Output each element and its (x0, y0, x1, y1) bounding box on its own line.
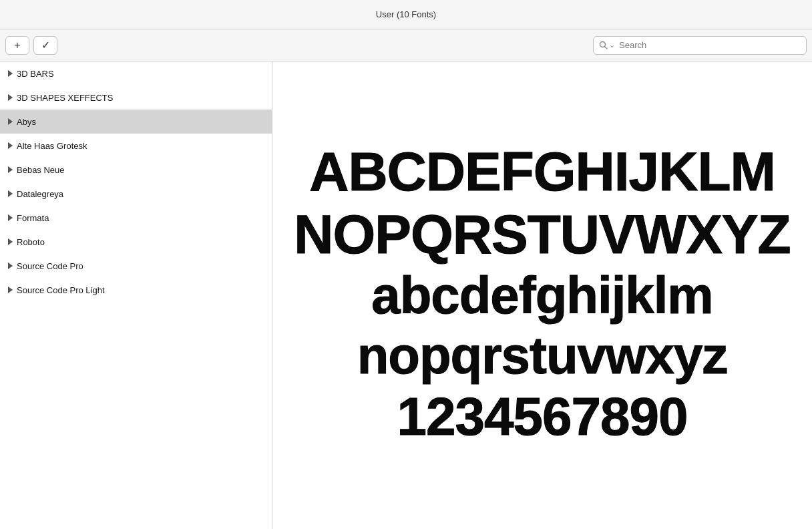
expand-triangle-formata (8, 214, 13, 221)
font-list-item-alte-haas-grotesk[interactable]: Alte Haas Grotesk (0, 134, 272, 158)
font-name-label-roboto: Roboto (17, 237, 45, 247)
search-input[interactable] (619, 40, 801, 50)
expand-triangle-alte-haas-grotesk (8, 142, 13, 149)
font-name-label-3d-shapes-xeffects: 3D SHAPES XEFFECTS (17, 93, 113, 103)
expand-triangle-source-code-pro-light (8, 287, 13, 293)
preview-line-3: abcdefghijklm (371, 267, 713, 325)
expand-triangle-datalegreya (8, 190, 13, 197)
preview-line-4: nopqrstuvwxyz (357, 327, 728, 385)
font-name-label-source-code-pro: Source Code Pro (17, 261, 83, 271)
font-list-item-source-code-pro-light[interactable]: Source Code Pro Light (0, 278, 272, 302)
font-name-label-bebas-neue: Bebas Neue (17, 165, 65, 175)
font-list: 3D BARS3D SHAPES XEFFECTSAbysAlte Haas G… (0, 61, 272, 529)
search-icon: ⌄ (599, 41, 615, 49)
font-name-label-abys: Abys (17, 117, 36, 127)
svg-line-1 (605, 47, 608, 49)
preview-line-1: ABCDEFGHIJKLM (309, 142, 775, 202)
font-list-item-abys[interactable]: Abys (0, 110, 272, 134)
font-name-label-source-code-pro-light: Source Code Pro Light (17, 285, 105, 295)
font-list-item-3d-shapes-xeffects[interactable]: 3D SHAPES XEFFECTS (0, 85, 272, 110)
preview-line-5: 1234567890 (397, 387, 688, 446)
font-name-label-3d-bars: 3D BARS (17, 69, 54, 79)
expand-triangle-3d-bars (8, 70, 13, 77)
font-list-item-3d-bars[interactable]: 3D BARS (0, 61, 272, 85)
preview-area: ABCDEFGHIJKLM NOPQRSTUVWXYZ abcdefghijkl… (272, 61, 812, 529)
title-bar: User (10 Fonts) (0, 0, 812, 29)
font-list-item-source-code-pro[interactable]: Source Code Pro (0, 254, 272, 278)
expand-triangle-bebas-neue (8, 166, 13, 173)
expand-triangle-3d-shapes-xeffects (8, 94, 13, 101)
window-title: User (10 Fonts) (376, 9, 436, 19)
font-list-item-datalegreya[interactable]: Datalegreya (0, 182, 272, 206)
toolbar: + ✓ ⌄ (0, 29, 812, 61)
font-list-item-roboto[interactable]: Roboto (0, 230, 272, 254)
font-name-label-formata: Formata (17, 213, 49, 223)
font-list-item-bebas-neue[interactable]: Bebas Neue (0, 158, 272, 182)
font-name-label-alte-haas-grotesk: Alte Haas Grotesk (17, 141, 87, 151)
expand-triangle-roboto (8, 238, 13, 245)
font-list-item-formata[interactable]: Formata (0, 206, 272, 230)
add-font-button[interactable]: + (5, 36, 29, 55)
expand-triangle-source-code-pro (8, 262, 13, 269)
search-box[interactable]: ⌄ (593, 36, 807, 55)
main-content: 3D BARS3D SHAPES XEFFECTSAbysAlte Haas G… (0, 61, 812, 529)
validate-button[interactable]: ✓ (33, 36, 57, 55)
preview-line-2: NOPQRSTUVWXYZ (294, 204, 790, 264)
expand-triangle-abys (8, 118, 13, 125)
font-name-label-datalegreya: Datalegreya (17, 189, 63, 199)
